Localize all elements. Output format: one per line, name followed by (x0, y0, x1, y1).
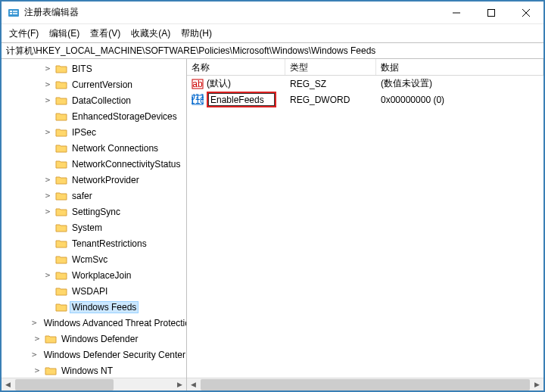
value-name-edit-input[interactable] (208, 93, 275, 106)
column-name[interactable]: 名称 (187, 59, 285, 75)
tree-node-label[interactable]: SettingSync (70, 206, 123, 218)
tree-node[interactable]: >Windows Defender Security Center (2, 347, 186, 362)
expand-toggle[interactable]: > (42, 95, 53, 105)
folder-icon (55, 159, 67, 170)
tree-node-label[interactable]: DataCollection (70, 95, 133, 107)
values-horizontal-scrollbar[interactable]: ◀ ▶ (187, 378, 543, 390)
tree-node-label[interactable]: Network Connections (70, 142, 160, 154)
tree-node-label[interactable]: WorkplaceJoin (70, 269, 133, 282)
string-value-icon: ab (192, 78, 204, 90)
expand-toggle[interactable]: > (32, 318, 37, 328)
scroll-left-button[interactable]: ◀ (187, 378, 200, 391)
folder-icon (55, 207, 67, 217)
tree-node-label[interactable]: WSDAPI (70, 285, 110, 297)
folder-icon (55, 127, 67, 138)
tree-horizontal-scrollbar[interactable]: ◀ ▶ (2, 378, 186, 390)
tree-node[interactable]: >Network Connections (2, 140, 186, 156)
expand-toggle[interactable]: > (32, 350, 37, 359)
svg-rect-3 (13, 11, 17, 12)
tree-node[interactable]: >IPSec (2, 124, 186, 140)
rename-highlight (207, 92, 276, 107)
tree-node[interactable]: >WorkplaceJoin (2, 267, 186, 283)
tree-node-label[interactable]: Windows Defender Security Center (42, 349, 186, 361)
tree-node[interactable]: >Windows Advanced Threat Protection (2, 315, 186, 331)
tree-node-label[interactable]: Windows Defender (59, 333, 140, 345)
tree-node[interactable]: >Windows NT (2, 362, 186, 378)
tree-node-label[interactable]: TenantRestrictions (70, 238, 149, 250)
tree-node[interactable]: >Windows Defender (2, 331, 186, 347)
folder-icon (55, 254, 67, 265)
tree-node-label[interactable]: Windows NT (59, 365, 115, 377)
folder-icon (55, 222, 67, 233)
folder-icon (55, 302, 67, 313)
tree-node-label[interactable]: CurrentVersion (70, 79, 135, 91)
scroll-thumb[interactable] (201, 379, 530, 390)
expand-toggle[interactable]: > (42, 191, 53, 201)
tree-node[interactable]: >Windows Feeds (2, 299, 186, 315)
tree-node-label[interactable]: safer (70, 190, 95, 202)
column-data[interactable]: 数据 (376, 59, 543, 75)
tree-node[interactable]: >SettingSync (2, 204, 186, 219)
expand-toggle[interactable]: > (42, 207, 53, 216)
minimize-button[interactable] (439, 2, 474, 24)
value-data: 0x00000000 (0) (376, 93, 543, 107)
expand-toggle[interactable]: > (32, 366, 42, 375)
dword-value-icon: 011110 (192, 94, 204, 106)
svg-rect-4 (13, 13, 17, 14)
tree-node-label[interactable]: IPSec (70, 126, 98, 138)
folder-icon (55, 238, 67, 249)
tree-node[interactable]: >CurrentVersion (2, 76, 186, 92)
tree-node[interactable]: >WSDAPI (2, 283, 186, 299)
scroll-thumb[interactable] (15, 379, 114, 390)
tree-node[interactable]: >TenantRestrictions (2, 235, 186, 251)
svg-text:ab: ab (192, 79, 203, 89)
menu-view[interactable]: 查看(V) (90, 27, 120, 40)
tree-node[interactable]: >System (2, 219, 186, 235)
tree-node-label[interactable]: Windows Feeds (70, 301, 139, 313)
folder-icon (55, 95, 67, 106)
expand-toggle[interactable]: > (42, 127, 53, 137)
expand-toggle[interactable]: > (42, 175, 53, 185)
tree-node-label[interactable]: WcmSvc (70, 254, 110, 266)
scroll-right-button[interactable]: ▶ (173, 378, 186, 391)
tree-node-label[interactable]: Windows Advanced Threat Protection (42, 317, 186, 329)
tree-node[interactable]: >EnhancedStorageDevices (2, 108, 186, 124)
expand-toggle[interactable]: > (32, 334, 42, 344)
menu-bar: 文件(F) 编辑(E) 查看(V) 收藏夹(A) 帮助(H) (2, 24, 543, 42)
tree-node-label[interactable]: NetworkConnectivityStatus (70, 158, 182, 170)
tree-node[interactable]: >NetworkProvider (2, 172, 186, 188)
column-type[interactable]: 类型 (285, 59, 376, 75)
svg-text:110: 110 (192, 95, 204, 106)
registry-tree[interactable]: >BITS>CurrentVersion>DataCollection>Enha… (2, 59, 186, 378)
scroll-right-button[interactable]: ▶ (531, 378, 543, 391)
scroll-left-button[interactable]: ◀ (2, 378, 14, 391)
tree-node-label[interactable]: BITS (70, 63, 95, 75)
regedit-icon (8, 7, 20, 19)
value-type: REG_SZ (285, 77, 376, 91)
tree-node[interactable]: >BITS (2, 61, 186, 76)
tree-node[interactable]: >NetworkConnectivityStatus (2, 156, 186, 172)
tree-node[interactable]: >safer (2, 188, 186, 204)
tree-node-label[interactable]: System (70, 222, 104, 234)
folder-icon (55, 64, 67, 74)
menu-favorites[interactable]: 收藏夹(A) (131, 27, 170, 40)
menu-file[interactable]: 文件(F) (9, 27, 39, 40)
menu-help[interactable]: 帮助(H) (181, 27, 212, 40)
expand-toggle[interactable]: > (42, 64, 53, 73)
folder-icon (45, 366, 57, 376)
tree-node[interactable]: >WcmSvc (2, 251, 186, 267)
folder-icon (55, 111, 67, 122)
column-header: 名称 类型 数据 (187, 59, 543, 76)
address-bar[interactable]: 计算机\HKEY_LOCAL_MACHINE\SOFTWARE\Policies… (2, 42, 543, 59)
tree-node-label[interactable]: NetworkProvider (70, 174, 142, 186)
tree-node[interactable]: >DataCollection (2, 92, 186, 108)
value-row-default[interactable]: ab (默认) REG_SZ (数值未设置) (187, 76, 543, 92)
menu-edit[interactable]: 编辑(E) (49, 27, 79, 40)
close-button[interactable] (509, 2, 543, 24)
value-data: (数值未设置) (376, 76, 543, 92)
maximize-button[interactable] (474, 2, 509, 24)
tree-node-label[interactable]: EnhancedStorageDevices (70, 110, 179, 123)
expand-toggle[interactable]: > (42, 270, 53, 280)
expand-toggle[interactable]: > (42, 79, 53, 89)
value-row-enablefeeds[interactable]: 011110 REG_DWORD 0x00000000 (0) (187, 92, 543, 107)
